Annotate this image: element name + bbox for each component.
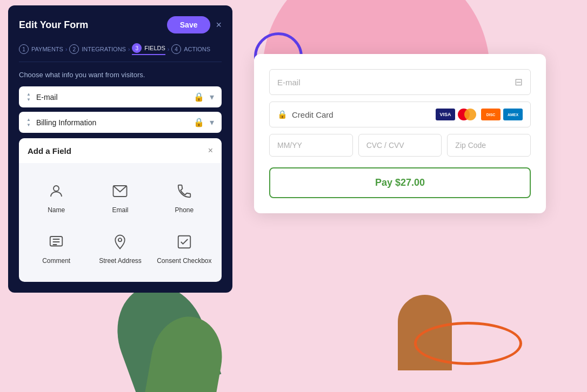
right-card: E-mail ⊟ 🔒 Credit Card VISA DISC AMEX MM…: [254, 54, 546, 213]
email-icon: [109, 180, 131, 202]
cvv-field[interactable]: CVC / CVV: [358, 134, 442, 157]
bg-orange-ellipse: [414, 322, 522, 365]
field-grid-label-comment: Comment: [42, 257, 70, 265]
step-label-fields: FIELDS: [144, 45, 165, 51]
step-label-actions: ACTIONS: [184, 46, 210, 52]
field-row-email-right: 🔒 ▾: [194, 92, 214, 102]
field-row-billing-right: 🔒 ▾: [194, 117, 214, 127]
mastercard-logo: [458, 109, 478, 120]
panel-header: Edit Your Form Save ×: [19, 16, 222, 33]
step-payments[interactable]: 1 PAYMENTS: [19, 44, 63, 54]
field-grid: Name Email Phone: [19, 163, 222, 282]
lock-icon-billing: 🔒: [194, 117, 204, 127]
step-fields[interactable]: 3 FIELDS: [132, 43, 165, 55]
steps-nav: 1 PAYMENTS › 2 INTEGRATIONS › 3 FIELDS ›…: [19, 43, 222, 62]
step-divider-1: ›: [65, 46, 67, 52]
field-grid-item-email[interactable]: Email: [88, 172, 152, 222]
field-grid-item-name[interactable]: Name: [24, 172, 88, 222]
credit-card-row[interactable]: 🔒 Credit Card VISA DISC AMEX: [269, 102, 531, 127]
add-field-header: Add a Field ×: [19, 138, 222, 163]
field-grid-label-email: Email: [112, 206, 128, 214]
step-label-integrations: INTEGRATIONS: [82, 46, 126, 52]
email-input-row[interactable]: E-mail ⊟: [269, 69, 531, 95]
add-field-close-button[interactable]: ×: [208, 146, 213, 156]
field-grid-label-street-address: Street Address: [99, 257, 142, 265]
step-label-payments: PAYMENTS: [31, 46, 63, 52]
step-divider-3: ›: [168, 46, 169, 52]
checkbox-icon: [174, 231, 195, 253]
location-icon: [109, 231, 131, 253]
lock-icon-card: 🔒: [277, 110, 288, 119]
field-label-email: E-mail: [36, 93, 58, 102]
visa-logo: VISA: [436, 109, 455, 120]
field-row-billing: ▲ ▼ Billing Information 🔒 ▾: [19, 112, 222, 133]
add-field-panel: Add a Field × Name: [19, 138, 222, 282]
step-actions[interactable]: 4 ACTIONS: [171, 44, 210, 54]
zip-field[interactable]: Zip Code: [447, 134, 531, 157]
left-panel: Edit Your Form Save × 1 PAYMENTS › 2 INT…: [8, 5, 232, 293]
email-input-label: E-mail: [277, 78, 301, 87]
field-grid-item-consent-checkbox[interactable]: Consent Checkbox: [152, 222, 216, 273]
field-grid-label-consent-checkbox: Consent Checkbox: [157, 257, 211, 265]
panel-title: Edit Your Form: [19, 19, 88, 31]
lock-icon-email: 🔒: [194, 92, 204, 102]
step-num-2: 2: [69, 44, 79, 54]
field-row-billing-left: ▲ ▼ Billing Information: [26, 117, 96, 127]
svg-point-6: [118, 238, 122, 241]
expand-icon-email[interactable]: ▾: [210, 92, 214, 102]
field-label-billing: Billing Information: [36, 118, 96, 127]
add-field-title: Add a Field: [28, 146, 71, 156]
credit-card-label: Credit Card: [292, 110, 333, 119]
step-divider-2: ›: [128, 46, 130, 52]
person-icon: [45, 180, 67, 202]
sort-arrows-email[interactable]: ▲ ▼: [26, 92, 31, 102]
field-grid-item-comment[interactable]: Comment: [24, 222, 88, 273]
discover-logo: DISC: [481, 109, 501, 120]
expand-icon-billing[interactable]: ▾: [210, 117, 214, 127]
step-num-3: 3: [132, 43, 142, 53]
choose-text: Choose what info you want from visitors.: [19, 71, 222, 79]
field-row-email-left: ▲ ▼ E-mail: [26, 92, 58, 102]
pay-button[interactable]: Pay $27.00: [269, 167, 531, 198]
save-button[interactable]: Save: [167, 16, 211, 33]
phone-icon: [174, 180, 195, 202]
credit-card-left: 🔒 Credit Card: [277, 110, 333, 119]
email-field-icon: ⊟: [515, 76, 523, 88]
card-logos: VISA DISC AMEX: [436, 109, 523, 120]
step-num-1: 1: [19, 44, 29, 54]
field-grid-item-phone[interactable]: Phone: [152, 172, 216, 222]
sort-arrows-billing[interactable]: ▲ ▼: [26, 117, 31, 127]
field-grid-label-phone: Phone: [175, 206, 194, 214]
panel-close-button[interactable]: ×: [216, 19, 222, 31]
field-row-email: ▲ ▼ E-mail 🔒 ▾: [19, 86, 222, 107]
field-grid-item-street-address[interactable]: Street Address: [88, 222, 152, 273]
svg-point-0: [54, 186, 59, 191]
field-grid-label-name: Name: [48, 206, 65, 214]
step-integrations[interactable]: 2 INTEGRATIONS: [69, 44, 126, 54]
mmyy-field[interactable]: MM/YY: [269, 134, 353, 157]
step-num-4: 4: [171, 44, 181, 54]
card-fields-row: MM/YY CVC / CVV Zip Code: [269, 134, 531, 157]
amex-logo: AMEX: [503, 109, 523, 120]
comment-icon: [45, 231, 67, 253]
